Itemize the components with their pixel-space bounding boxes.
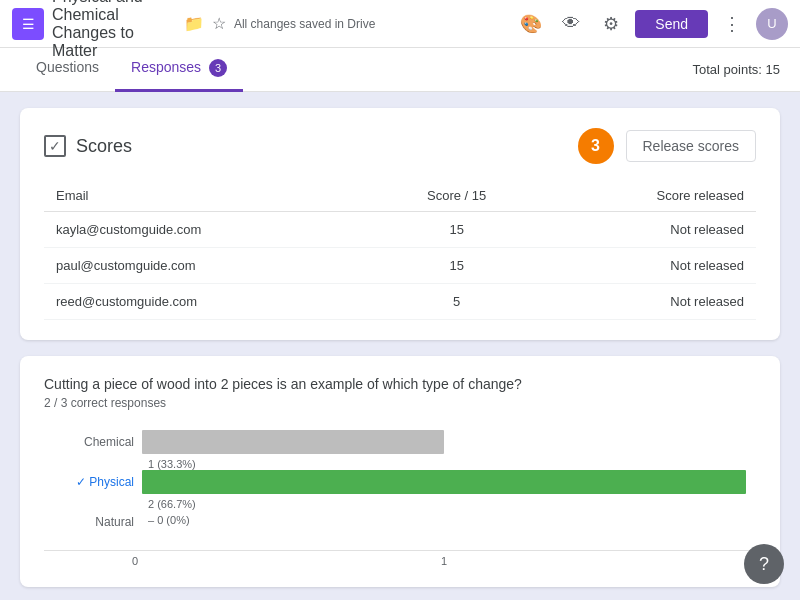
scores-card-header: ✓ Scores 3 Release scores bbox=[44, 128, 756, 164]
folder-icon[interactable]: 📁 bbox=[184, 14, 204, 33]
settings-icon[interactable]: ⚙ bbox=[595, 8, 627, 40]
question-text: Cutting a piece of wood into 2 pieces is… bbox=[44, 376, 756, 392]
chart-axis: 012 bbox=[44, 550, 756, 567]
cell-score: 5 bbox=[375, 284, 538, 320]
app-icon: ☰ bbox=[12, 8, 44, 40]
chart-bar-label: Natural bbox=[54, 515, 134, 529]
bar-chart: Chemical1 (33.3%)✓ Physical2 (66.7%)Natu… bbox=[44, 430, 756, 534]
scores-card: ✓ Scores 3 Release scores Email Score / … bbox=[20, 108, 780, 340]
count-badge: 3 bbox=[578, 128, 614, 164]
more-options-icon[interactable]: ⋮ bbox=[716, 8, 748, 40]
col-score: Score / 15 bbox=[375, 180, 538, 212]
chart-bar-label: ✓ Physical bbox=[54, 475, 134, 489]
chart-bar-container: 2 (66.7%) bbox=[142, 470, 746, 494]
chart-bar-value-label: 1 (33.3%) bbox=[148, 458, 196, 470]
chart-bar-value-label: – 0 (0%) bbox=[148, 514, 190, 526]
cell-score: 15 bbox=[375, 212, 538, 248]
table-header-row: Email Score / 15 Score released bbox=[44, 180, 756, 212]
correct-responses: 2 / 3 correct responses bbox=[44, 396, 756, 410]
cell-email: paul@customguide.com bbox=[44, 248, 375, 284]
chart-bar-value-label: 2 (66.7%) bbox=[148, 498, 196, 510]
release-section: 3 Release scores bbox=[578, 128, 757, 164]
check-icon: ✓ bbox=[44, 135, 66, 157]
cell-email: reed@customguide.com bbox=[44, 284, 375, 320]
cell-email: kayla@customguide.com bbox=[44, 212, 375, 248]
responses-badge: 3 bbox=[209, 59, 227, 77]
cell-released: Not released bbox=[538, 248, 756, 284]
cell-score: 15 bbox=[375, 248, 538, 284]
release-scores-button[interactable]: Release scores bbox=[626, 130, 757, 162]
chart-bar bbox=[142, 470, 746, 494]
chart-bar bbox=[142, 430, 444, 454]
preview-icon[interactable]: 👁 bbox=[555, 8, 587, 40]
chart-bar-container: – 0 (0%) bbox=[142, 510, 746, 534]
tabs-bar: Questions Responses 3 Total points: 15 bbox=[0, 48, 800, 92]
table-row: kayla@customguide.com 15 Not released bbox=[44, 212, 756, 248]
app-icon-symbol: ☰ bbox=[22, 16, 35, 32]
col-released: Score released bbox=[538, 180, 756, 212]
total-points: Total points: 15 bbox=[693, 62, 780, 77]
table-row: paul@customguide.com 15 Not released bbox=[44, 248, 756, 284]
scores-title: ✓ Scores bbox=[44, 135, 132, 157]
tabs-container: Questions Responses 3 bbox=[20, 47, 243, 92]
star-icon[interactable]: ☆ bbox=[212, 14, 226, 33]
help-button[interactable]: ? bbox=[744, 544, 784, 584]
col-email: Email bbox=[44, 180, 375, 212]
tab-questions[interactable]: Questions bbox=[20, 47, 115, 92]
chart-bar-label: Chemical bbox=[54, 435, 134, 449]
main-content: ✓ Scores 3 Release scores Email Score / … bbox=[0, 92, 800, 600]
chart-row: ✓ Physical2 (66.7%) bbox=[54, 470, 746, 494]
app-header: ☰ Physical and Chemical Changes to Matte… bbox=[0, 0, 800, 48]
cell-released: Not released bbox=[538, 212, 756, 248]
question-card: Cutting a piece of wood into 2 pieces is… bbox=[20, 356, 780, 587]
scores-table: Email Score / 15 Score released kayla@cu… bbox=[44, 180, 756, 320]
saved-status: All changes saved in Drive bbox=[234, 17, 375, 31]
cell-released: Not released bbox=[538, 284, 756, 320]
tab-responses[interactable]: Responses 3 bbox=[115, 47, 243, 92]
axis-label: 1 bbox=[441, 555, 447, 567]
chart-row: Chemical1 (33.3%) bbox=[54, 430, 746, 454]
user-avatar: U bbox=[756, 8, 788, 40]
palette-icon[interactable]: 🎨 bbox=[515, 8, 547, 40]
chart-row: Natural– 0 (0%) bbox=[54, 510, 746, 534]
table-row: reed@customguide.com 5 Not released bbox=[44, 284, 756, 320]
chart-bar-container: 1 (33.3%) bbox=[142, 430, 746, 454]
send-button[interactable]: Send bbox=[635, 10, 708, 38]
axis-label: 0 bbox=[132, 555, 138, 567]
